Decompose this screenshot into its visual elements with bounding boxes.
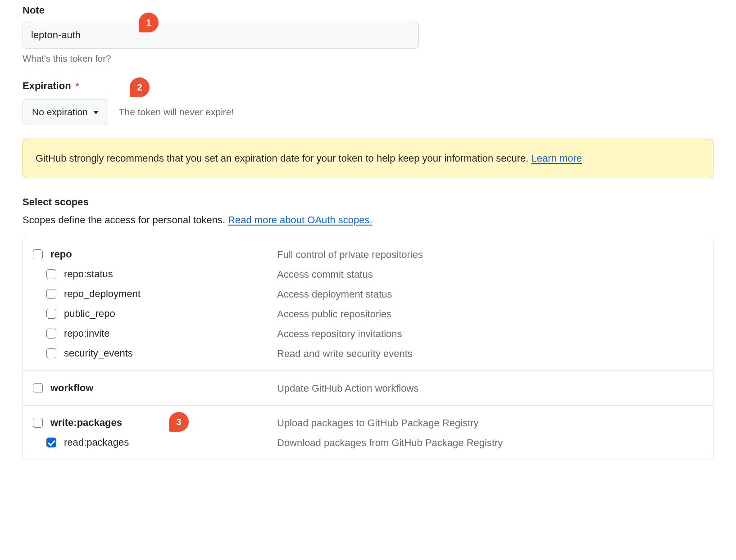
scope-label: public_repo bbox=[64, 308, 115, 320]
scope-label: repo bbox=[50, 248, 72, 260]
scopes-learn-more-link[interactable]: Read more about OAuth scopes. bbox=[228, 214, 372, 226]
scope-description: Access public repositories bbox=[277, 307, 705, 320]
scope-description: Full control of private repositories bbox=[277, 248, 705, 261]
scope-description: Access commit status bbox=[277, 268, 705, 280]
scope-label: security_events bbox=[64, 348, 133, 359]
note-label: Note bbox=[23, 5, 713, 16]
scope-description: Access repository invitations bbox=[277, 327, 705, 340]
scope-description: Download packages from GitHub Package Re… bbox=[277, 436, 705, 449]
banner-learn-more-link[interactable]: Learn more bbox=[532, 153, 582, 164]
scopes-box: repo Full control of private repositorie… bbox=[23, 237, 713, 460]
scope-label: workflow bbox=[50, 382, 93, 394]
scopes-description-text: Scopes define the access for personal to… bbox=[23, 214, 228, 226]
scope-checkbox-repo-deployment[interactable] bbox=[46, 289, 56, 299]
required-asterisk: * bbox=[76, 81, 79, 91]
expiration-label-text: Expiration bbox=[23, 80, 71, 92]
expiration-label: Expiration * bbox=[23, 80, 713, 92]
scopes-description: Scopes define the access for personal to… bbox=[23, 214, 713, 226]
scope-label: repo_deployment bbox=[64, 288, 141, 300]
scope-group-repo: repo Full control of private repositorie… bbox=[23, 237, 713, 371]
scope-checkbox-write-packages[interactable] bbox=[33, 418, 43, 428]
scope-description: Access deployment status bbox=[277, 288, 705, 300]
note-input[interactable] bbox=[23, 22, 419, 49]
expiration-selected-value: No expiration bbox=[32, 107, 88, 117]
scope-checkbox-read-packages[interactable] bbox=[46, 438, 56, 447]
scope-label: repo:status bbox=[64, 268, 113, 280]
expiration-warning-banner: GitHub strongly recommends that you set … bbox=[23, 139, 713, 178]
scope-label: write:packages bbox=[50, 417, 122, 429]
scope-description: Upload packages to GitHub Package Regist… bbox=[277, 416, 705, 429]
scope-label: repo:invite bbox=[64, 328, 110, 339]
scope-label: read:packages bbox=[64, 437, 129, 448]
scope-description: Read and write security events bbox=[277, 347, 705, 360]
scope-group-write-packages: write:packages Upload packages to GitHub… bbox=[23, 406, 713, 460]
scope-checkbox-repo-status[interactable] bbox=[46, 269, 56, 279]
scope-checkbox-public-repo[interactable] bbox=[46, 309, 56, 319]
scope-checkbox-repo[interactable] bbox=[33, 249, 43, 259]
scope-checkbox-repo-invite[interactable] bbox=[46, 329, 56, 339]
scope-description: Update GitHub Action workflows bbox=[277, 382, 705, 394]
note-helper: What's this token for? bbox=[23, 53, 713, 64]
scope-group-workflow: workflow Update GitHub Action workflows bbox=[23, 371, 713, 406]
chevron-down-icon bbox=[93, 111, 99, 114]
scopes-heading: Select scopes bbox=[23, 196, 713, 208]
banner-text: GitHub strongly recommends that you set … bbox=[36, 153, 532, 164]
expiration-hint: The token will never expire! bbox=[119, 107, 234, 117]
expiration-select[interactable]: No expiration bbox=[23, 99, 108, 125]
scope-checkbox-workflow[interactable] bbox=[33, 383, 43, 393]
scope-checkbox-security-events[interactable] bbox=[46, 348, 56, 358]
